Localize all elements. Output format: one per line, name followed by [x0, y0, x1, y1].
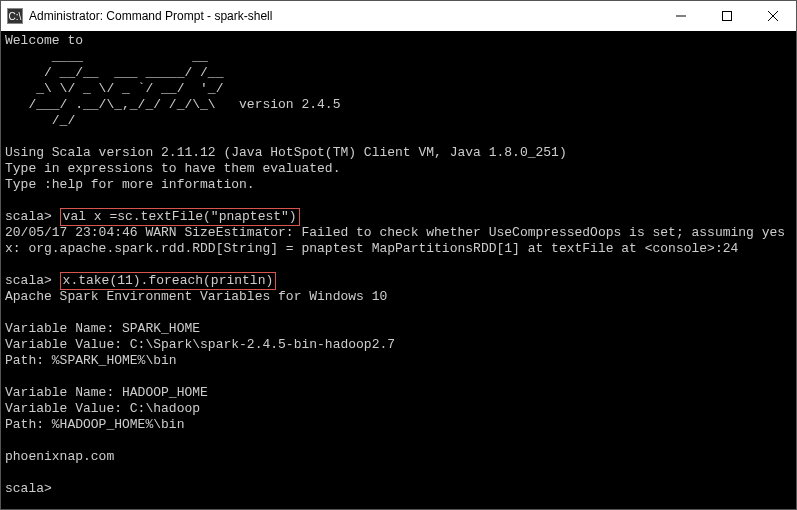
terminal-line: Variable Value: C:\Spark\spark-2.4.5-bin… — [5, 337, 395, 352]
terminal-line: Type :help for more information. — [5, 177, 255, 192]
terminal-line: Variable Value: C:\hadoop — [5, 401, 200, 416]
terminal-line: phoenixnap.com — [5, 449, 114, 464]
cmd-icon: C:\ — [7, 8, 23, 24]
svg-rect-1 — [723, 12, 732, 21]
terminal-line: Using Scala version 2.11.12 (Java HotSpo… — [5, 145, 567, 160]
scala-prompt: scala> — [5, 273, 60, 288]
terminal-line: /___/ .__/\_,_/_/ /_/\_\ version 2.4.5 — [5, 97, 340, 112]
minimize-icon — [676, 11, 686, 21]
close-button[interactable] — [750, 1, 796, 31]
window-title: Administrator: Command Prompt - spark-sh… — [29, 9, 658, 23]
close-icon — [768, 11, 778, 21]
terminal-line: ____ __ — [5, 49, 208, 64]
terminal-line: Type in expressions to have them evaluat… — [5, 161, 340, 176]
minimize-button[interactable] — [658, 1, 704, 31]
titlebar[interactable]: C:\ Administrator: Command Prompt - spar… — [1, 1, 796, 31]
terminal-output[interactable]: Welcome to ____ __ / __/__ ___ _____/ /_… — [1, 31, 796, 509]
scala-prompt: scala> — [5, 209, 60, 224]
terminal-line: Variable Name: HADOOP_HOME — [5, 385, 208, 400]
terminal-line: 20/05/17 23:04:46 WARN SizeEstimator: Fa… — [5, 225, 785, 240]
highlighted-command-1: val x =sc.textFile("pnaptest") — [60, 208, 300, 226]
command-prompt-window: C:\ Administrator: Command Prompt - spar… — [0, 0, 797, 510]
terminal-line: x: org.apache.spark.rdd.RDD[String] = pn… — [5, 241, 738, 256]
highlighted-command-2: x.take(11).foreach(println) — [60, 272, 277, 290]
maximize-icon — [722, 11, 732, 21]
terminal-line: Path: %HADOOP_HOME%\bin — [5, 417, 184, 432]
terminal-line: Path: %SPARK_HOME%\bin — [5, 353, 177, 368]
terminal-line: Apache Spark Environment Variables for W… — [5, 289, 387, 304]
terminal-line: /_/ — [5, 113, 75, 128]
window-controls — [658, 1, 796, 31]
terminal-line: Variable Name: SPARK_HOME — [5, 321, 200, 336]
terminal-line: / __/__ ___ _____/ /__ — [5, 65, 223, 80]
terminal-line: _\ \/ _ \/ _ `/ __/ '_/ — [5, 81, 223, 96]
terminal-line: Welcome to — [5, 33, 83, 48]
scala-prompt: scala> — [5, 481, 60, 496]
maximize-button[interactable] — [704, 1, 750, 31]
